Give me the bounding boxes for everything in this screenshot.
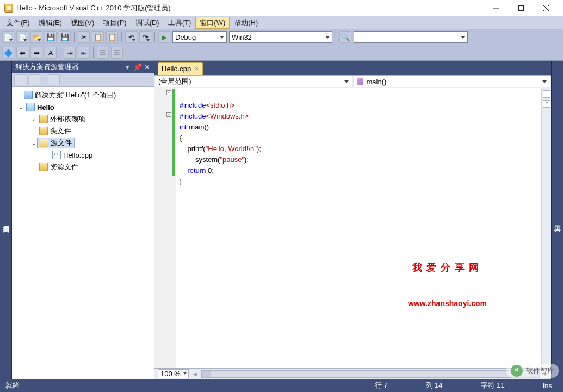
toggle-button-1[interactable]: A <box>45 47 57 59</box>
outdent-button[interactable]: ⇤ <box>78 47 90 59</box>
maximize-button[interactable] <box>509 0 534 16</box>
cut-button[interactable]: ✂ <box>78 31 90 43</box>
platform-combo[interactable]: Win32 <box>229 31 332 43</box>
paste-button[interactable]: 📋 <box>106 31 118 43</box>
toolbox-tab[interactable]: 工具箱 <box>551 61 563 379</box>
solution-node[interactable]: 解决方案"Hello"(1 个项目) <box>13 89 153 101</box>
doc-outline-tab[interactable]: 文档大纲 <box>0 61 12 379</box>
status-bar: 就绪 行 7 列 14 字符 11 Ins <box>0 379 563 392</box>
folder-icon <box>39 115 48 123</box>
project-label: Hello <box>37 103 54 111</box>
status-char: 字符 11 <box>481 381 505 390</box>
uncomment-button[interactable]: ☰ <box>111 47 123 59</box>
scope-combo-right[interactable]: main() <box>354 76 551 87</box>
scroll-left-icon[interactable]: ◂ <box>193 370 197 378</box>
add-item-button[interactable]: 📄 <box>16 31 28 43</box>
menu-project[interactable]: 项目(P) <box>98 17 131 29</box>
editor-tabs: Hello.cpp ✕ <box>154 61 551 75</box>
close-button[interactable] <box>534 0 559 16</box>
horizontal-scrollbar[interactable] <box>201 370 540 378</box>
menu-debug[interactable]: 调试(D) <box>131 17 164 29</box>
collapse-icon[interactable]: ⌄ <box>30 140 37 147</box>
resources-node[interactable]: 资源文件 <box>13 161 153 173</box>
show-all-button[interactable] <box>28 74 40 85</box>
sources-node[interactable]: ⌄ 源文件 <box>13 137 153 149</box>
file-label: Hello.cpp <box>63 151 92 159</box>
status-ins: Ins <box>543 382 552 390</box>
folder-label: 源文件 <box>51 138 72 148</box>
outline-toggle[interactable]: - <box>166 90 171 95</box>
main-area: 文档大纲 解决方案资源管理器 ▾ 📌 ✕ 解决方案"Hello"(1 个项目) … <box>0 61 563 379</box>
close-panel-icon[interactable]: ✕ <box>143 63 151 71</box>
solution-tree[interactable]: 解决方案"Hello"(1 个项目) ⌄ Hello › 外部依赖项 头文件 ⌄… <box>12 87 154 379</box>
pin-icon[interactable]: 📌 <box>133 63 141 71</box>
collapse-icon[interactable]: ⌄ <box>17 104 24 111</box>
find-button[interactable]: 🔍 <box>339 31 351 43</box>
folder-icon <box>39 127 48 135</box>
source-file-node[interactable]: Hello.cpp <box>13 149 153 161</box>
watermark-line2: www.zhanshaoyi.com <box>408 298 487 309</box>
menu-edit[interactable]: 编辑(E) <box>34 17 66 29</box>
scope-combo-left[interactable]: (全局范围) <box>155 76 352 87</box>
scope-left-label: (全局范围) <box>158 77 191 86</box>
editor-margin[interactable]: - - <box>154 88 176 368</box>
solution-label: 解决方案"Hello"(1 个项目) <box>35 90 116 100</box>
headers-node[interactable]: 头文件 <box>13 125 153 137</box>
indent-button[interactable]: ⇥ <box>64 47 76 59</box>
external-deps-node[interactable]: › 外部依赖项 <box>13 113 153 125</box>
status-col: 列 14 <box>426 381 443 390</box>
panel-header: 解决方案资源管理器 ▾ 📌 ✕ <box>12 61 154 73</box>
separator <box>74 32 75 42</box>
tab-label: Hello.cpp <box>162 65 191 73</box>
undo-button[interactable]: ↶ <box>125 31 137 43</box>
watermark-badge: ❝ 软件智库 <box>506 364 559 378</box>
separator <box>121 32 122 42</box>
status-ready: 就绪 <box>5 381 20 390</box>
redo-button[interactable]: ↷ <box>139 31 151 43</box>
object-browser-button[interactable]: 🔷 <box>2 47 14 59</box>
project-node[interactable]: ⌄ Hello <box>13 101 153 113</box>
zoom-label: 100 % <box>160 370 181 378</box>
folder-icon <box>39 163 48 171</box>
dropdown-icon[interactable]: ▾ <box>123 63 131 71</box>
find-combo[interactable] <box>354 31 468 43</box>
properties-button[interactable] <box>14 74 26 85</box>
new-project-button[interactable]: 📄 <box>2 31 14 43</box>
menu-window[interactable]: 窗口(W) <box>195 17 230 29</box>
file-tab-active[interactable]: Hello.cpp ✕ <box>158 62 203 75</box>
editor-nav-column: − ⇡ <box>541 88 551 368</box>
code-container: - - #include<stdio.h> #include<Windows.h… <box>154 88 551 368</box>
start-debug-button[interactable]: ▶ <box>158 31 170 43</box>
folder-open-icon <box>40 139 48 147</box>
expand-icon[interactable]: › <box>30 116 37 122</box>
open-button[interactable]: 📂 <box>30 31 42 43</box>
minimize-button[interactable] <box>484 0 509 16</box>
panel-toolbar <box>12 73 154 87</box>
zoom-combo[interactable]: 100 % <box>158 369 189 378</box>
standard-toolbar: 📄 📄 📂 💾 💾 ✂ 📋 📋 ↶ ↷ ▶ Debug Win32 🔍 <box>0 29 563 45</box>
outline-toggle[interactable]: - <box>166 112 171 117</box>
tab-close-icon[interactable]: ✕ <box>194 65 199 72</box>
panel-title: 解决方案资源管理器 <box>15 62 79 72</box>
editor-bottom-bar: 100 % ◂ ▸ <box>154 368 551 379</box>
menu-bar: 文件(F) 编辑(E) 视图(V) 项目(P) 调试(D) 工具(T) 窗口(W… <box>0 16 563 29</box>
nav-fwd-button[interactable]: ➡ <box>30 47 42 59</box>
text-editor-toolbar: 🔷 ⬅ ➡ A ⇥ ⇤ ☰ ☰ <box>0 45 563 61</box>
config-combo[interactable]: Debug <box>172 31 227 43</box>
copy-button[interactable]: 📋 <box>92 31 104 43</box>
code-editor[interactable]: #include<stdio.h> #include<Windows.h> in… <box>176 88 541 368</box>
nav-up-button[interactable]: ⇡ <box>543 100 550 108</box>
menu-tools[interactable]: 工具(T) <box>164 17 196 29</box>
split-button[interactable]: − <box>543 90 550 98</box>
menu-help[interactable]: 帮助(H) <box>230 17 262 29</box>
save-all-button[interactable]: 💾 <box>59 31 71 43</box>
menu-view[interactable]: 视图(V) <box>66 17 98 29</box>
save-button[interactable]: 💾 <box>45 31 57 43</box>
nav-back-button[interactable]: ⬅ <box>16 47 28 59</box>
folder-label: 头文件 <box>50 126 71 136</box>
folder-label: 外部依赖项 <box>50 114 85 124</box>
status-line: 行 7 <box>375 381 388 390</box>
comment-button[interactable]: ☰ <box>97 47 109 59</box>
menu-file[interactable]: 文件(F) <box>2 17 34 29</box>
view-code-button[interactable] <box>48 74 60 85</box>
